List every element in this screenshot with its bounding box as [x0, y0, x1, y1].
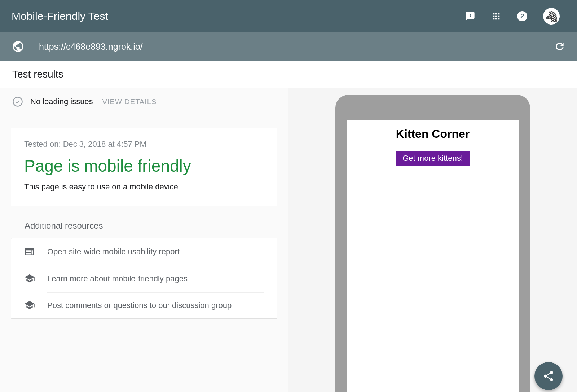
url-bar: https://c468e893.ngrok.io/	[0, 32, 577, 61]
preview-button: Get more kittens!	[396, 151, 470, 166]
url-text[interactable]: https://c468e893.ngrok.io/	[39, 41, 554, 52]
refresh-icon[interactable]	[554, 41, 565, 52]
school-icon	[24, 273, 35, 284]
phone-screen: Kitten Corner Get more kittens!	[347, 120, 519, 392]
resource-row-discussion[interactable]: Post comments or questions to our discus…	[11, 292, 277, 318]
result-subline: This page is easy to use on a mobile dev…	[24, 182, 264, 191]
app-actions: 2 🦓	[465, 8, 565, 25]
loading-status-row: No loading issues VIEW DETAILS	[0, 88, 288, 115]
resource-label: Post comments or questions to our discus…	[47, 301, 232, 310]
resource-row-learn-more[interactable]: Learn more about mobile-friendly pages	[11, 265, 277, 292]
resources-title: Additional resources	[25, 221, 288, 231]
tested-on-text: Tested on: Dec 3, 2018 at 4:57 PM	[24, 140, 264, 149]
result-headline: Page is mobile friendly	[24, 156, 264, 176]
feedback-icon[interactable]	[465, 11, 475, 21]
phone-frame: Kitten Corner Get more kittens!	[335, 95, 530, 392]
app-title: Mobile-Friendly Test	[12, 10, 465, 22]
view-details-button[interactable]: VIEW DETAILS	[102, 98, 157, 106]
left-pane: No loading issues VIEW DETAILS Tested on…	[0, 88, 288, 392]
results-bar: Test results	[0, 61, 577, 88]
main-content: No loading issues VIEW DETAILS Tested on…	[0, 88, 577, 392]
resource-row-usability-report[interactable]: Open site-wide mobile usability report	[11, 238, 277, 265]
right-pane: Kitten Corner Get more kittens!	[288, 88, 577, 392]
school-icon	[24, 300, 35, 310]
resource-label: Open site-wide mobile usability report	[47, 247, 180, 256]
result-card: Tested on: Dec 3, 2018 at 4:57 PM Page i…	[11, 128, 277, 206]
app-bar: Mobile-Friendly Test 2 🦓	[0, 0, 577, 32]
resource-label: Learn more about mobile-friendly pages	[47, 274, 188, 283]
resources-card: Open site-wide mobile usability report L…	[11, 238, 277, 319]
check-circle-icon	[12, 96, 23, 107]
share-fab[interactable]	[534, 362, 563, 390]
svg-point-0	[13, 97, 22, 106]
notifications-badge[interactable]: 2	[517, 11, 527, 21]
web-icon	[24, 246, 35, 257]
loading-status-text: No loading issues	[30, 97, 93, 106]
preview-page-title: Kitten Corner	[347, 127, 519, 141]
share-icon	[542, 370, 555, 382]
globe-icon	[12, 40, 25, 53]
apps-icon[interactable]	[491, 11, 501, 21]
account-avatar[interactable]: 🦓	[543, 8, 560, 25]
results-heading: Test results	[12, 69, 565, 80]
